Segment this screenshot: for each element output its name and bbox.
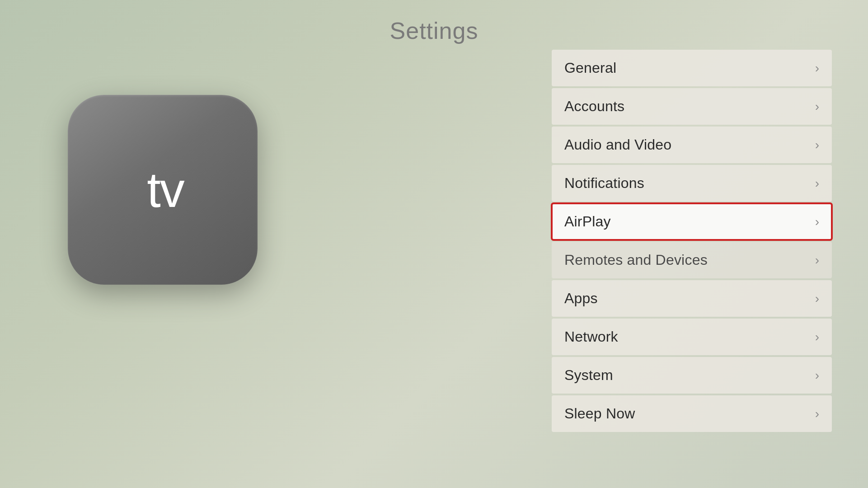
settings-label-notifications: Notifications bbox=[564, 175, 644, 192]
settings-item-remotes-and-devices[interactable]: Remotes and Devices› bbox=[552, 242, 832, 278]
chevron-icon-airplay: › bbox=[815, 215, 819, 229]
settings-label-apps: Apps bbox=[564, 290, 598, 307]
settings-label-general: General bbox=[564, 60, 616, 76]
settings-label-remotes-and-devices: Remotes and Devices bbox=[564, 252, 708, 268]
settings-item-apps[interactable]: Apps› bbox=[552, 280, 832, 317]
settings-item-system[interactable]: System› bbox=[552, 357, 832, 394]
settings-label-system: System bbox=[564, 367, 613, 384]
chevron-icon-general: › bbox=[815, 61, 819, 75]
apple-tv-device-container: tv bbox=[54, 72, 271, 307]
settings-label-airplay: AirPlay bbox=[564, 213, 611, 230]
settings-label-accounts: Accounts bbox=[564, 98, 624, 115]
settings-item-accounts[interactable]: Accounts› bbox=[552, 88, 832, 125]
settings-label-network: Network bbox=[564, 328, 618, 345]
chevron-icon-network: › bbox=[815, 330, 819, 344]
settings-label-sleep-now: Sleep Now bbox=[564, 405, 635, 422]
chevron-icon-apps: › bbox=[815, 291, 819, 306]
chevron-icon-audio-and-video: › bbox=[815, 138, 819, 152]
page-title: Settings bbox=[390, 17, 479, 44]
chevron-icon-notifications: › bbox=[815, 176, 819, 191]
chevron-icon-accounts: › bbox=[815, 99, 819, 114]
settings-item-notifications[interactable]: Notifications› bbox=[552, 165, 832, 202]
settings-label-audio-and-video: Audio and Video bbox=[564, 136, 671, 153]
chevron-icon-remotes-and-devices: › bbox=[815, 253, 819, 267]
settings-list: General›Accounts›Audio and Video›Notific… bbox=[552, 50, 832, 434]
chevron-icon-sleep-now: › bbox=[815, 407, 819, 421]
apple-tv-logo: tv bbox=[141, 165, 184, 215]
settings-item-airplay[interactable]: AirPlay› bbox=[552, 203, 832, 240]
settings-item-audio-and-video[interactable]: Audio and Video› bbox=[552, 127, 832, 163]
settings-item-sleep-now[interactable]: Sleep Now› bbox=[552, 395, 832, 432]
settings-item-general[interactable]: General› bbox=[552, 50, 832, 86]
tv-text: tv bbox=[147, 165, 184, 215]
apple-tv-device: tv bbox=[68, 95, 258, 285]
settings-item-network[interactable]: Network› bbox=[552, 319, 832, 355]
chevron-icon-system: › bbox=[815, 368, 819, 383]
